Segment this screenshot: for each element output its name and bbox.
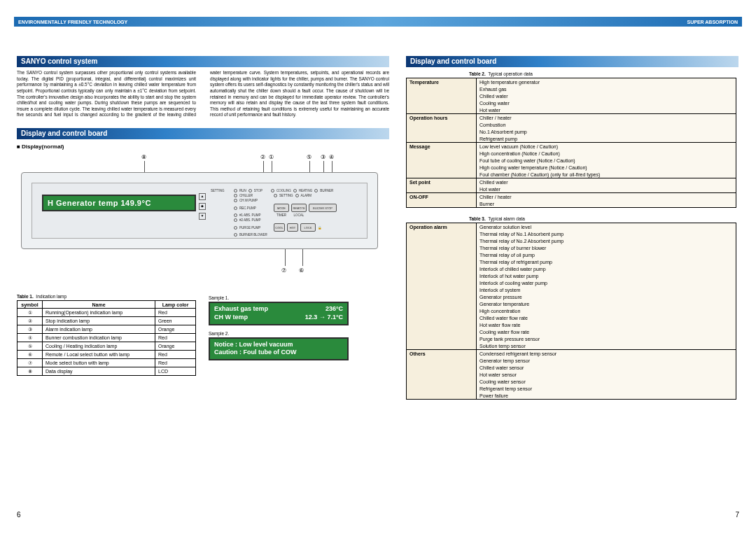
cell: Generator solution level	[477, 223, 736, 231]
dot-burner	[314, 189, 318, 192]
table-row: Set pointChilled water	[407, 178, 736, 186]
section-title-right: Display and control board	[406, 56, 738, 67]
dot	[234, 199, 237, 202]
dot	[274, 194, 277, 197]
callout-6: ⑥	[299, 267, 304, 274]
cell: Generator temperature	[477, 300, 736, 307]
table-row: Burner	[407, 200, 736, 208]
table-row: Hot water flow rate	[407, 321, 736, 328]
cell: Interlock of chilled water pump	[477, 265, 736, 272]
group-key	[407, 321, 477, 328]
btn-lock[interactable]: LOCK	[300, 223, 316, 232]
lcd-sample1: Exhaust gas temp236°C CH W temp12.3 → 7.…	[209, 302, 349, 325]
cell: Chilled water sensor	[477, 364, 736, 371]
table-row: Chilled water sensor	[407, 364, 736, 371]
s2l2: Caution : Foul tube of COW	[214, 349, 343, 357]
lbl-setting: SETTING	[211, 189, 232, 192]
group-key: Others	[407, 350, 477, 358]
mid-button[interactable]: ◆	[199, 203, 206, 210]
callout-1: ①	[269, 154, 274, 160]
table-row: Thermal relay of oil pump	[407, 251, 736, 258]
group-key	[407, 286, 477, 293]
btn-cool[interactable]: COOL	[274, 223, 285, 232]
cell: Cooling water flow rate	[477, 328, 736, 335]
lbl-run: RUN	[239, 189, 246, 192]
left-column: SANYO control system The SANYO control s…	[17, 56, 389, 376]
table-row: ③Alarm indication lampOrange	[18, 325, 196, 334]
lcd-main: H Generator temp 149.9°C	[42, 195, 196, 211]
s1l2a: CH W temp	[214, 314, 248, 322]
cell: Thermal relay of oil pump	[477, 251, 736, 258]
btn-buzzer[interactable]: BUZZER STOP	[309, 204, 337, 212]
btn-mode[interactable]: MODE	[274, 204, 289, 212]
cell: ①	[18, 309, 43, 317]
table-row: Solution temp sensor	[407, 342, 736, 350]
cell: Red	[155, 351, 196, 359]
cell: Thermal relay of burner blower	[477, 244, 736, 251]
right-column: Display and control board Table 2. Typic…	[406, 56, 738, 400]
group-key: Operation hours	[407, 114, 477, 122]
s2l1: Notice : Low level vacuum	[214, 341, 343, 349]
lbl-timer: TIMER	[274, 213, 289, 217]
display-normal-label: ■ Display(normal)	[17, 143, 389, 150]
cell: Purge tank pressure sensor	[477, 335, 736, 342]
cell: Thermal relay of No.2 Absorbent pump	[477, 237, 736, 244]
cell: Remote / Local select button with lamp	[43, 351, 155, 359]
cell: Cooling / Heating indication lamp	[43, 342, 155, 351]
table-row: Purge tank pressure sensor	[407, 335, 736, 342]
group-key	[407, 307, 477, 314]
btn-remote[interactable]: REMOTE	[291, 204, 307, 212]
btn-hot[interactable]: HOT	[287, 223, 298, 232]
cell: Cooling water sensor	[477, 378, 736, 385]
table-row: Interlock of system	[407, 286, 736, 293]
lbl-purge: PURGE PUMP	[239, 226, 272, 230]
cell: High cooling water temperature (Notice /…	[477, 164, 736, 171]
arrow-buttons: ▲ ◆ ▼	[199, 193, 207, 220]
cell: Hot water flow rate	[477, 321, 736, 328]
group-key: Temperature	[407, 78, 477, 86]
control-panel-diagram: ⑧ ② ① ⑤ ③ ④ H Generator temp 149.9°C ▲ ◆	[17, 153, 389, 286]
table-row: ⑤Cooling / Heating indication lampOrange	[18, 342, 196, 351]
cell: Low level vacuum (Notice / Caution)	[477, 143, 736, 150]
group-key	[407, 251, 477, 258]
th-color: Lamp color	[155, 301, 196, 309]
cell: ③	[18, 325, 43, 334]
table3-caption: Table 3. Typical alarm data	[469, 216, 738, 221]
samples-block: Sample 1. Exhaust gas temp236°C CH W tem…	[209, 290, 356, 376]
body-text: The SANYO control system surpasses other…	[17, 70, 389, 118]
s1l2b: 12.3 → 7.1°C	[305, 314, 343, 322]
table-row: Interlock of hot water pump	[407, 272, 736, 279]
group-key	[407, 237, 477, 244]
up-button[interactable]: ▲	[199, 193, 206, 200]
cell: LCD	[155, 367, 196, 376]
panel-outer: H Generator temp 149.9°C ▲ ◆ ▼ SETTING R…	[21, 172, 378, 249]
group-key	[407, 244, 477, 251]
table-row: Thermal relay of refrigerant pump	[407, 258, 736, 265]
table1-block: Table 1. Indication lamp symbol Name Lam…	[17, 290, 196, 376]
cell: Interlock of system	[477, 286, 736, 293]
cell: Hot water	[477, 106, 736, 114]
cell: ②	[18, 317, 43, 325]
callout-5: ⑤	[307, 154, 312, 160]
group-key	[407, 106, 477, 114]
group-key	[407, 335, 477, 342]
table-row: Thermal relay of No.1 Absorbent pump	[407, 230, 736, 237]
table-row: OthersCondensed refrigerant temp sensor	[407, 350, 736, 358]
page-spread: ENVIRONMENTALLY FRIENDLY TECHNOLOGY SUPE…	[0, 0, 756, 534]
callout-3: ③	[321, 154, 326, 160]
group-key	[407, 314, 477, 321]
topbar-left: ENVIRONMENTALLY FRIENDLY TECHNOLOGY	[18, 20, 127, 24]
table-row: Generator temperature	[407, 300, 736, 307]
table-row: MessageLow level vacuum (Notice / Cautio…	[407, 143, 736, 150]
cell: ④	[18, 334, 43, 342]
table-row: ⑦Mode select button with lampRed	[18, 359, 196, 367]
table-row: No.1 Absorbent pump	[407, 128, 736, 135]
table-row: Foul tube of cooling water (Notice / Cau…	[407, 157, 736, 164]
lbl-local: LOCAL	[291, 213, 307, 217]
down-button[interactable]: ▼	[199, 213, 206, 220]
table-row: ①Running(Operation) indication lampRed	[18, 309, 196, 317]
lbl-blower: BURNER BLOWER	[239, 233, 272, 237]
table-row: Foul chamber (Notice / Caution) (only fo…	[407, 171, 736, 178]
lbl-setting2: SETTING	[279, 194, 293, 197]
cell: High temperature generator	[477, 78, 736, 86]
